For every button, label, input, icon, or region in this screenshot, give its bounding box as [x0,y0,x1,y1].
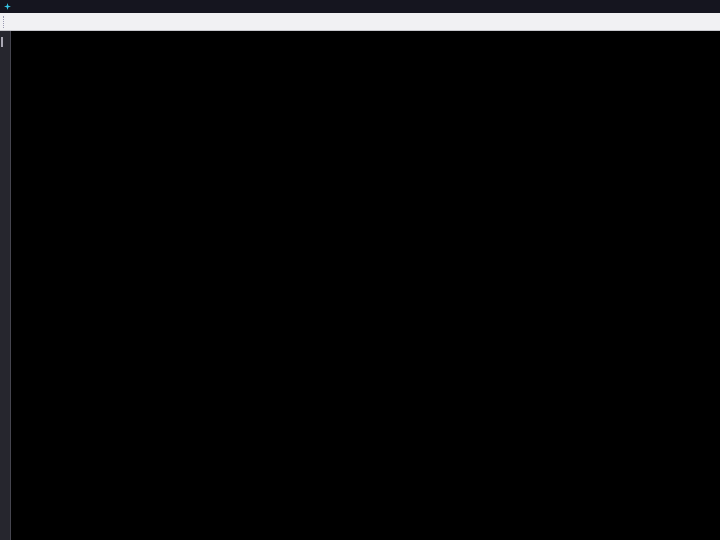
waveform-canvas [0,0,720,540]
application-window [0,0,720,540]
